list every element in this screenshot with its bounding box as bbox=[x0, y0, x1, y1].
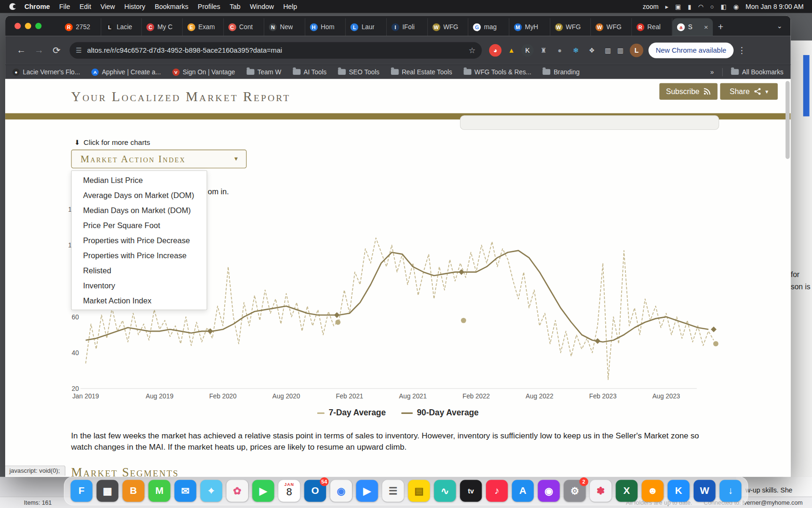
menu-item-file[interactable]: File bbox=[59, 3, 70, 11]
dock-icon-mail[interactable]: ✉ bbox=[174, 480, 196, 501]
dock-icon-chrome[interactable]: ◉ bbox=[330, 480, 352, 501]
chart-menu-item[interactable]: Average Days on Market (DOM) bbox=[71, 188, 206, 203]
browser-tab[interactable]: LLacie bbox=[101, 18, 142, 36]
bookmark-item[interactable]: Team W bbox=[247, 68, 281, 75]
menu-item-edit[interactable]: Edit bbox=[79, 3, 91, 11]
bookmark-item[interactable]: Branding bbox=[543, 68, 579, 75]
menu-item-history[interactable]: History bbox=[125, 3, 146, 11]
drive-extension-icon[interactable]: ▲ bbox=[505, 44, 518, 56]
dock-icon-finder[interactable]: F bbox=[70, 480, 92, 501]
page-scrollbar-thumb[interactable] bbox=[786, 81, 790, 159]
menu-item-tab[interactable]: Tab bbox=[230, 3, 241, 11]
dock-icon-podcasts[interactable]: ◉ bbox=[538, 480, 560, 501]
dock-icon-keynote[interactable]: K bbox=[668, 480, 689, 501]
browser-tab[interactable]: WWFG bbox=[591, 18, 632, 36]
dock-icon-pinwheel-app[interactable]: ✽ bbox=[590, 480, 611, 501]
forward-button[interactable]: → bbox=[30, 45, 48, 56]
browser-tab[interactable]: Gmag bbox=[468, 18, 509, 36]
video-icon[interactable]: ▸ bbox=[665, 3, 669, 10]
address-bar[interactable]: ☰ altos.re/r/c94c6572-d7d3-4952-b898-5ac… bbox=[70, 42, 482, 58]
chart-menu-item[interactable]: Price Per Square Foot bbox=[71, 218, 206, 233]
chrome-menu-kebab-icon[interactable]: ⋮ bbox=[738, 45, 746, 55]
dock-icon-apple-tv[interactable]: tv bbox=[460, 480, 482, 501]
chart-menu-item[interactable]: Properties with Price Increase bbox=[71, 248, 206, 263]
wifi-icon[interactable]: ◠ bbox=[698, 3, 703, 10]
colors-extension-icon[interactable]: ◕ bbox=[489, 44, 502, 56]
browser-tab[interactable]: aS× bbox=[672, 18, 713, 36]
url-text[interactable]: altos.re/r/c94c6572-d7d3-4952-b898-5ace2… bbox=[87, 46, 463, 54]
bookmark-item[interactable]: AI Tools bbox=[293, 68, 327, 75]
siri-icon[interactable]: ◉ bbox=[734, 3, 739, 10]
browser-tab[interactable]: IIFoli bbox=[387, 18, 428, 36]
dock-icon-maps[interactable]: ⌖ bbox=[200, 480, 222, 501]
k-extension-icon[interactable]: K bbox=[521, 44, 534, 56]
dock-icon-messages[interactable]: M bbox=[148, 480, 170, 501]
browser-tab[interactable]: CMy C bbox=[142, 18, 183, 36]
dock-icon-calendar[interactable]: JAN8 bbox=[278, 480, 300, 501]
spotlight-search-icon[interactable]: ○ bbox=[710, 3, 714, 10]
bookmark-item[interactable]: Real Estate Tools bbox=[391, 68, 452, 75]
browser-tab[interactable]: HHom bbox=[305, 18, 346, 36]
browser-tab[interactable]: RReal bbox=[632, 18, 672, 36]
control-center-icon[interactable]: ◧ bbox=[721, 3, 727, 10]
snowflake-extension-icon[interactable]: ❄ bbox=[570, 44, 582, 56]
bookmark-item[interactable]: WFG Tools & Res... bbox=[463, 68, 531, 75]
browser-tab[interactable]: R2752 bbox=[60, 18, 101, 36]
gray-extension-icon[interactable]: ● bbox=[554, 44, 566, 56]
tab-close-icon[interactable]: × bbox=[704, 23, 708, 32]
bookmark-item[interactable]: ●Lacie Verner's Flo... bbox=[13, 68, 80, 75]
minimize-window-button[interactable] bbox=[25, 23, 31, 29]
chart-menu-item[interactable]: Market Action Index bbox=[71, 293, 206, 308]
side-panel-icon[interactable]: ▥ bbox=[602, 44, 615, 56]
new-chrome-available-button[interactable]: New Chrome available bbox=[648, 42, 734, 58]
chart-selector-dropdown-button[interactable]: Market Action Index ▾ bbox=[71, 150, 246, 168]
zoom-window-button[interactable] bbox=[35, 23, 41, 29]
subscribe-button[interactable]: Subscribe bbox=[659, 83, 718, 100]
site-settings-icon[interactable]: ☰ bbox=[76, 46, 82, 54]
dock-icon-excel[interactable]: X bbox=[616, 480, 637, 501]
browser-tab[interactable]: MMyH bbox=[509, 18, 550, 36]
dock-icon-shazam[interactable]: ∿ bbox=[434, 480, 456, 501]
browser-tab[interactable]: WWFG bbox=[428, 18, 468, 36]
dock-icon-launchpad[interactable]: ▦ bbox=[97, 480, 118, 501]
apple-logo-icon[interactable] bbox=[9, 3, 16, 10]
battery-icon[interactable]: ▮ bbox=[688, 3, 691, 10]
bookmarks-overflow-chevron[interactable]: » bbox=[710, 68, 714, 75]
dock-icon-word[interactable]: W bbox=[694, 480, 715, 501]
dock-icon-app-store[interactable]: A bbox=[512, 480, 533, 501]
dock-icon-system-settings[interactable]: ⚙2 bbox=[564, 480, 586, 501]
back-button[interactable]: ← bbox=[13, 45, 31, 56]
share-button[interactable]: Share ▾ bbox=[720, 83, 778, 100]
all-bookmarks-button[interactable]: All Bookmarks bbox=[731, 68, 783, 75]
dock-icon-downloads[interactable]: ↓ bbox=[719, 480, 741, 501]
new-tab-button[interactable]: + bbox=[713, 18, 728, 36]
collapsed-panel[interactable] bbox=[460, 115, 719, 130]
tab-search-chevron-icon[interactable]: ⌄ bbox=[777, 22, 782, 30]
bookmark-item[interactable]: VSign On | Vantage bbox=[172, 68, 235, 75]
chart-menu-item[interactable]: Median List Price bbox=[71, 173, 206, 188]
menu-item-bookmarks[interactable]: Bookmarks bbox=[155, 3, 188, 11]
display-icon[interactable]: ▣ bbox=[675, 3, 681, 10]
dock-icon-stickies[interactable]: ▤ bbox=[408, 480, 429, 501]
bookmark-star-icon[interactable]: ☆ bbox=[468, 46, 476, 55]
menu-item-help[interactable]: Help bbox=[283, 3, 297, 11]
dock-icon-photos[interactable]: ✿ bbox=[226, 480, 248, 501]
menu-item-window[interactable]: Window bbox=[250, 3, 274, 11]
chart-menu-item[interactable]: Relisted bbox=[71, 263, 206, 278]
browser-tab[interactable]: LLaur bbox=[346, 18, 387, 36]
chart-menu-item[interactable]: Properties with Price Decrease bbox=[71, 233, 206, 248]
browser-tab[interactable]: WWFG bbox=[550, 18, 591, 36]
bookmark-item[interactable]: AApphive | Create a... bbox=[92, 68, 161, 75]
extensions-puzzle-icon[interactable]: ❖ bbox=[586, 44, 598, 56]
browser-tab[interactable]: NNew bbox=[265, 18, 305, 36]
close-window-button[interactable] bbox=[15, 23, 21, 29]
side-panel-icon[interactable]: ▥ bbox=[614, 44, 627, 56]
browser-tab[interactable]: EExam bbox=[183, 18, 224, 36]
bookmark-item[interactable]: SEO Tools bbox=[338, 68, 379, 75]
browser-tab[interactable]: CCont bbox=[224, 18, 265, 36]
dock-icon-outlook[interactable]: O54 bbox=[304, 480, 326, 501]
menu-item-view[interactable]: View bbox=[101, 3, 115, 11]
dock-icon-zoom[interactable]: ▶ bbox=[356, 480, 378, 501]
menubar-clock[interactable]: Mon Jan 8 9:00 AM bbox=[746, 3, 804, 11]
castle-extension-icon[interactable]: ♜ bbox=[538, 44, 550, 56]
